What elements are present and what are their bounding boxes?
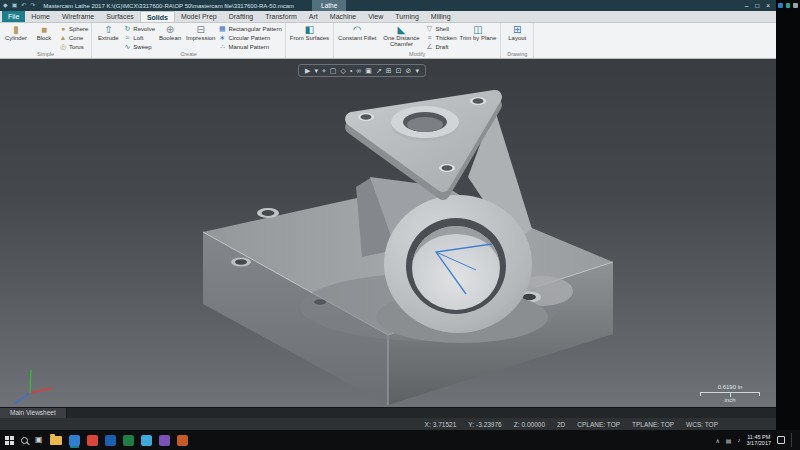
impression-button[interactable]: ⊟ Impression bbox=[185, 24, 216, 41]
maximize-button[interactable]: □ bbox=[755, 0, 759, 11]
taskbar-app-7[interactable] bbox=[177, 435, 188, 446]
single-select-icon[interactable]: • bbox=[350, 64, 352, 77]
mastercam-window: ◆ ▣ ↶ ↷ Mastercam Lathe 2017 K:\(G)\MCX\… bbox=[0, 0, 800, 450]
taskbar-clock[interactable]: 11:45 PM 3/17/2017 bbox=[747, 434, 771, 446]
tab-art[interactable]: Art bbox=[303, 11, 324, 22]
sphere-button[interactable]: ● Sphere bbox=[59, 25, 88, 33]
redo-icon[interactable]: ↷ bbox=[30, 0, 35, 11]
right-strip-icon-3[interactable] bbox=[793, 3, 798, 8]
show-desktop-button[interactable] bbox=[791, 433, 793, 447]
crosshair-icon[interactable]: ⌖ bbox=[322, 64, 326, 77]
cad-model[interactable] bbox=[0, 59, 776, 407]
block-button[interactable]: ■ Block bbox=[31, 24, 57, 41]
tab-machine[interactable]: Machine bbox=[324, 11, 362, 22]
tab-turning[interactable]: Turning bbox=[389, 11, 424, 22]
main-bore[interactable] bbox=[406, 218, 506, 314]
loft-label: Loft bbox=[133, 34, 143, 42]
tab-file[interactable]: File bbox=[2, 11, 25, 22]
scale-unit: inch bbox=[700, 397, 760, 404]
extrude-icon: ⇧ bbox=[104, 24, 112, 35]
shell-button[interactable]: ▽ Shell bbox=[425, 25, 456, 33]
only-select-icon[interactable]: ⊡ bbox=[396, 64, 402, 77]
clear-select-icon[interactable]: ⊘ bbox=[406, 64, 412, 77]
right-strip-icon-1[interactable] bbox=[778, 3, 783, 8]
sweep-button[interactable]: ∿ Sweep bbox=[123, 43, 155, 51]
polygon-select-icon[interactable]: ◇ bbox=[340, 64, 345, 77]
manual-pattern-button[interactable]: ∴ Manual Pattern bbox=[218, 43, 281, 51]
taskbar-app-6[interactable] bbox=[159, 435, 170, 446]
cone-button[interactable]: ▲ Cone bbox=[59, 34, 88, 42]
window-select-icon[interactable]: ▢ bbox=[330, 64, 337, 77]
tab-home[interactable]: Home bbox=[25, 11, 56, 22]
tab-surfaces[interactable]: Surfaces bbox=[100, 11, 140, 22]
one-distance-chamfer-button[interactable]: ◣ One Distance Chamfer bbox=[379, 24, 423, 47]
taskbar-app-3[interactable] bbox=[105, 435, 116, 446]
layout-button[interactable]: ⊞ Layout bbox=[504, 24, 530, 41]
chain-select-icon[interactable]: ∞ bbox=[356, 64, 361, 77]
tab-wireframe[interactable]: Wireframe bbox=[56, 11, 100, 22]
loft-button[interactable]: ≈ Loft bbox=[123, 34, 155, 42]
group-label-simple: Simple bbox=[3, 51, 88, 58]
status-mode[interactable]: 2D bbox=[557, 421, 565, 428]
taskbar-app-1[interactable] bbox=[69, 435, 80, 446]
cone-label: Cone bbox=[69, 34, 83, 42]
dropdown-icon[interactable]: ▾ bbox=[314, 64, 318, 77]
viewsheet-tab-main[interactable]: Main Viewsheet bbox=[0, 408, 67, 418]
start-button[interactable] bbox=[5, 436, 14, 445]
revolve-button[interactable]: ↻ Revolve bbox=[123, 25, 155, 33]
tab-drafting[interactable]: Drafting bbox=[223, 11, 260, 22]
title-bar: ◆ ▣ ↶ ↷ Mastercam Lathe 2017 K:\(G)\MCX\… bbox=[0, 0, 776, 11]
tab-transform[interactable]: Transform bbox=[259, 11, 303, 22]
boolean-button[interactable]: ⊕ Boolean bbox=[157, 24, 183, 41]
taskview-icon[interactable]: ▣ bbox=[35, 430, 43, 450]
undo-icon[interactable]: ↶ bbox=[21, 0, 26, 11]
trim-by-plane-button[interactable]: ◫ Trim by Plane bbox=[458, 24, 497, 41]
circular-pattern-button[interactable]: ∗ Circular Pattern bbox=[218, 34, 281, 42]
chamfer-icon: ◣ bbox=[398, 24, 406, 35]
file-explorer-icon[interactable] bbox=[50, 436, 62, 445]
tab-milling[interactable]: Milling bbox=[425, 11, 457, 22]
taskbar-app-4[interactable] bbox=[123, 435, 134, 446]
taskbar-app-2[interactable] bbox=[87, 435, 98, 446]
draft-button[interactable]: ∠ Draft bbox=[425, 43, 456, 51]
tray-chevron-icon[interactable]: ∧ bbox=[715, 437, 719, 444]
vector-select-icon[interactable]: ↗ bbox=[376, 64, 382, 77]
tab-solids[interactable]: Solids bbox=[140, 11, 175, 22]
from-surfaces-button[interactable]: ◧ From Surfaces bbox=[289, 24, 330, 41]
tab-model-prep[interactable]: Model Prep bbox=[175, 11, 223, 22]
right-strip-icon-2[interactable] bbox=[786, 3, 791, 8]
save-icon[interactable]: ▣ bbox=[12, 0, 18, 11]
status-x: X:3.71521 bbox=[425, 421, 457, 428]
graphics-viewport[interactable]: ▶ ▾ ⌖ ▢ ◇ • ∞ ▣ ↗ ⊞ ⊡ ⊘ ▾ 0.6190 in inch bbox=[0, 59, 776, 407]
dropdown-icon[interactable]: ▾ bbox=[415, 64, 419, 77]
search-icon[interactable] bbox=[21, 437, 28, 444]
tray-display-icon[interactable]: ▤ bbox=[726, 437, 732, 444]
status-cplane[interactable]: CPLANE: TOP bbox=[577, 421, 620, 428]
minimize-button[interactable]: – bbox=[745, 0, 749, 11]
extrude-button[interactable]: ⇧ Extrude bbox=[95, 24, 121, 41]
thicken-button[interactable]: ≡ Thicken bbox=[425, 34, 456, 42]
all-select-icon[interactable]: ⊞ bbox=[386, 64, 392, 77]
close-button[interactable]: × bbox=[766, 0, 770, 11]
action-center-icon[interactable] bbox=[777, 436, 785, 444]
taskbar-app-5[interactable] bbox=[141, 435, 152, 446]
status-tplane[interactable]: TPLANE: TOP bbox=[632, 421, 674, 428]
tab-view[interactable]: View bbox=[362, 11, 389, 22]
manual-pattern-icon: ∴ bbox=[218, 43, 226, 51]
context-tab-lathe[interactable]: Lathe bbox=[312, 0, 346, 11]
select-cursor-icon[interactable]: ▶ bbox=[305, 64, 310, 77]
tray-volume-icon[interactable]: ♪ bbox=[738, 437, 741, 443]
revolve-icon: ↻ bbox=[123, 25, 131, 33]
torus-button[interactable]: ◎ Torus bbox=[59, 43, 88, 51]
app-icon[interactable]: ◆ bbox=[3, 0, 8, 11]
area-select-icon[interactable]: ▣ bbox=[365, 64, 372, 77]
ribbon-solids: ▮ Cylinder ■ Block ● Sphere ▲ Cone bbox=[0, 23, 776, 59]
shell-label: Shell bbox=[435, 25, 448, 33]
cylinder-button[interactable]: ▮ Cylinder bbox=[3, 24, 29, 41]
constant-fillet-button[interactable]: ◠ Constant Fillet bbox=[337, 24, 377, 41]
sphere-icon: ● bbox=[59, 25, 67, 33]
ribbon-group-create: ⇧ Extrude ↻ Revolve ≈ Loft ∿ Sweep bbox=[92, 23, 285, 58]
right-edge-panel bbox=[776, 0, 800, 430]
rectangular-pattern-button[interactable]: ▦ Rectangular Pattern bbox=[218, 25, 281, 33]
status-wcs[interactable]: WCS: TOP bbox=[686, 421, 718, 428]
